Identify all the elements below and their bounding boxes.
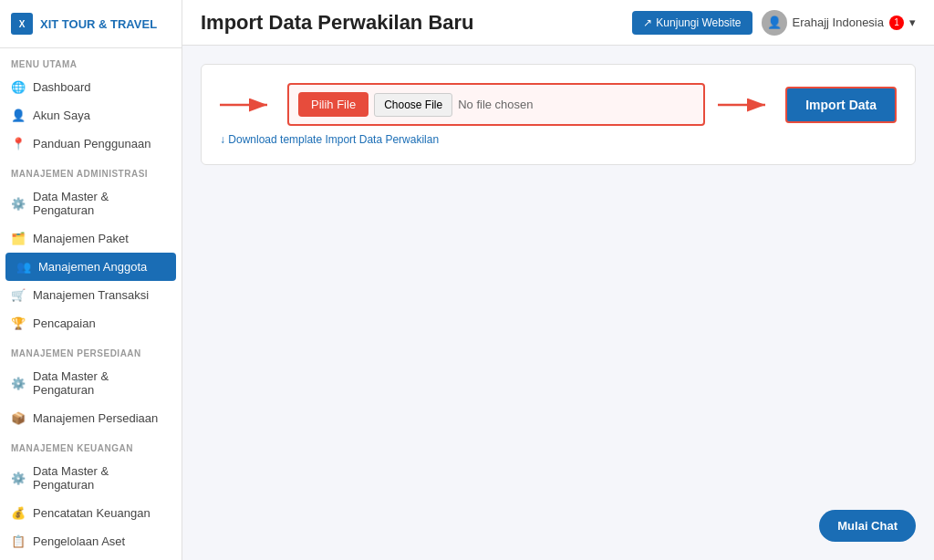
sidebar-item-dashboard[interactable]: 🌐 Dashboard [0, 73, 182, 101]
sidebar-item-manajemen-transaksi[interactable]: 🛒 Manajemen Transaksi [0, 281, 182, 309]
manajemen-persediaan-section: MANAJEMEN PERSEDIAAN [0, 337, 182, 362]
sidebar-logo: X XIT TOUR & TRAVEL [0, 0, 182, 48]
user-info[interactable]: 👤 Erahajj Indonesia 1 ▾ [762, 10, 916, 36]
arrow-annotation-right [718, 91, 773, 119]
content-area: Pilih File Choose File No file chosen [182, 46, 934, 560]
sidebar-item-panduan[interactable]: 📍 Panduan Penggunaan [0, 130, 182, 158]
sidebar-item-pencapaian[interactable]: 🏆 Pencapaian [0, 309, 182, 337]
sidebar-item-manajemen-persediaan-label: Manajemen Persediaan [33, 411, 158, 425]
import-card: Pilih File Choose File No file chosen [201, 64, 916, 165]
sidebar-item-data-master-persediaan-label: Data Master & Pengaturan [33, 369, 171, 397]
sidebar-item-data-master-admin[interactable]: ⚙️ Data Master & Pengaturan [0, 182, 182, 224]
pencapaian-icon: 🏆 [11, 316, 26, 330]
app-name: XIT TOUR & TRAVEL [40, 17, 157, 31]
logo-icon: X [11, 13, 33, 35]
data-master-persediaan-icon: ⚙️ [11, 377, 26, 390]
main-content: Import Data Perwakilan Baru ↗ Kunjungi W… [182, 0, 934, 560]
manajemen-keuangan-section: MANAJEMEN KEUANGAN [0, 432, 182, 457]
download-template-link[interactable]: ↓ Download template Import Data Perwakil… [220, 133, 897, 146]
no-file-text: No file chosen [458, 98, 533, 111]
sidebar-item-data-master-keuangan-label: Data Master & Pengaturan [33, 464, 171, 492]
sidebar-item-pencatatan-keuangan-label: Pencatatan Keuangan [33, 506, 150, 520]
arrow-annotation-left [220, 91, 275, 119]
external-link-icon: ↗ [643, 16, 652, 29]
file-input-section: Pilih File Choose File No file chosen [287, 83, 705, 126]
data-master-admin-icon: ⚙️ [11, 197, 26, 211]
sidebar-item-data-master-persediaan[interactable]: ⚙️ Data Master & Pengaturan [0, 362, 182, 404]
sidebar-item-panduan-label: Panduan Penggunaan [33, 137, 150, 150]
data-master-keuangan-icon: ⚙️ [11, 472, 26, 485]
sidebar-item-dashboard-label: Dashboard [33, 80, 91, 94]
sidebar-item-manajemen-transaksi-label: Manajemen Transaksi [33, 288, 149, 302]
chevron-down-icon: ▾ [909, 16, 916, 29]
sidebar-item-akun-label: Akun Saya [33, 109, 90, 122]
manajemen-anggota-icon: 👥 [16, 260, 31, 274]
sidebar-item-pengelolaan-aset-label: Pengelolaan Aset [33, 534, 125, 548]
manajemen-admin-section: MANAJEMEN ADMINISTRASI [0, 158, 182, 182]
user-name: Erahajj Indonesia [793, 16, 884, 29]
sidebar-item-akun[interactable]: 👤 Akun Saya [0, 101, 182, 130]
download-icon: ↓ [220, 133, 225, 146]
topbar-right: ↗ Kunjungi Website 👤 Erahajj Indonesia 1… [632, 10, 916, 36]
pengelolaan-aset-icon: 📋 [11, 534, 26, 548]
visit-website-button[interactable]: ↗ Kunjungi Website [632, 11, 752, 35]
download-template-label: Download template Import Data Perwakilan [228, 133, 439, 146]
right-arrow-icon [718, 91, 773, 119]
akun-icon: 👤 [11, 109, 26, 122]
topbar: Import Data Perwakilan Baru ↗ Kunjungi W… [182, 0, 934, 46]
sidebar-item-data-master-admin-label: Data Master & Pengaturan [33, 190, 171, 217]
sidebar: X XIT TOUR & TRAVEL MENU UTAMA 🌐 Dashboa… [0, 0, 182, 560]
pilih-file-button[interactable]: Pilih File [298, 92, 368, 117]
sidebar-item-pencapaian-label: Pencapaian [33, 316, 96, 330]
sidebar-item-manajemen-anggota[interactable]: 👥 Manajemen Anggota [5, 253, 176, 281]
dashboard-icon: 🌐 [11, 80, 26, 94]
manajemen-persediaan-icon: 📦 [11, 411, 26, 425]
sidebar-item-manajemen-anggota-label: Manajemen Anggota [38, 260, 147, 274]
visit-website-label: Kunjungi Website [656, 16, 741, 29]
notification-badge: 1 [889, 16, 904, 30]
import-row: Pilih File Choose File No file chosen [220, 83, 897, 126]
import-data-button[interactable]: Import Data [785, 87, 897, 123]
manajemen-paket-icon: 🗂️ [11, 232, 26, 245]
sidebar-item-manajemen-paket[interactable]: 🗂️ Manajemen Paket [0, 224, 182, 253]
sidebar-item-pencatatan-keuangan[interactable]: 💰 Pencatatan Keuangan [0, 499, 182, 527]
sidebar-item-manajemen-persediaan[interactable]: 📦 Manajemen Persediaan [0, 404, 182, 432]
avatar: 👤 [762, 10, 787, 36]
panduan-icon: 📍 [11, 137, 26, 150]
pencatatan-keuangan-icon: 💰 [11, 506, 26, 520]
choose-file-button[interactable]: Choose File [374, 93, 452, 117]
page-title: Import Data Perwakilan Baru [201, 11, 474, 35]
mulai-chat-button[interactable]: Mulai Chat [819, 510, 916, 542]
left-arrow-icon [220, 91, 275, 119]
sidebar-item-manajemen-paket-label: Manajemen Paket [33, 232, 129, 245]
sidebar-item-pengelolaan-aset[interactable]: 📋 Pengelolaan Aset [0, 527, 182, 555]
manajemen-transaksi-icon: 🛒 [11, 288, 26, 302]
sidebar-item-data-master-keuangan[interactable]: ⚙️ Data Master & Pengaturan [0, 457, 182, 499]
menu-utama-section: MENU UTAMA [0, 48, 182, 73]
